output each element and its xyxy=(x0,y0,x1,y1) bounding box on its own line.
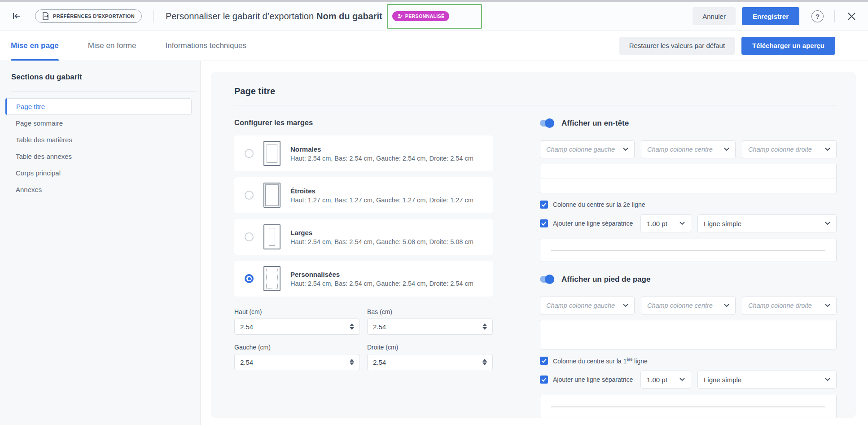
help-icon[interactable]: ? xyxy=(811,10,824,22)
radio-unchecked-icon[interactable] xyxy=(245,191,254,200)
header-toggle-label: Afficher un en-tête xyxy=(561,119,629,128)
select-placeholder: Champ colonne droite xyxy=(748,302,812,309)
sidebar-item-table-des-matieres[interactable]: Table des matières xyxy=(0,131,200,148)
stepper-icon[interactable] xyxy=(482,359,487,365)
header-separator-style-select[interactable]: Ligne simple xyxy=(697,214,837,232)
select-value: Ligne simple xyxy=(704,220,741,227)
margin-option-name: Personnalisées xyxy=(290,271,473,278)
check-icon xyxy=(541,377,547,382)
footer-separator-style-select[interactable]: Ligne simple xyxy=(697,371,837,389)
radio-unchecked-icon[interactable] xyxy=(245,232,254,241)
chevron-down-icon xyxy=(679,378,685,381)
field-label-gauche: Gauche (cm) xyxy=(234,344,360,351)
margin-option-desc: Haut: 2.54 cm, Bas: 2.54 cm, Gauche: 5.0… xyxy=(290,238,473,245)
margin-option-desc: Haut: 2.54 cm, Bas: 2.54 cm, Gauche: 2.5… xyxy=(290,280,473,287)
stepper-icon[interactable] xyxy=(350,359,354,365)
cancel-button[interactable]: Annuler xyxy=(693,7,736,25)
export-doc-icon xyxy=(42,12,49,20)
footer-toggle[interactable] xyxy=(540,276,553,283)
chevron-down-icon xyxy=(623,304,628,307)
sidebar-title: Sections du gabarit xyxy=(11,73,200,82)
select-value: 1.00 pt xyxy=(647,220,667,227)
header-toggle[interactable] xyxy=(540,120,553,127)
select-placeholder: Champ colonne gauche xyxy=(546,302,615,309)
save-button[interactable]: Enregistrer xyxy=(742,7,799,25)
footer-left-column-select[interactable]: Champ colonne gauche xyxy=(540,297,635,314)
footer-separator-checkbox[interactable] xyxy=(540,376,548,384)
select-placeholder: Champ colonne centre xyxy=(647,302,713,309)
section-title-divider xyxy=(234,105,837,105)
page-title-text: Personnaliser le gabarit d’exportation xyxy=(166,11,314,22)
field-label-haut: Haut (cm) xyxy=(234,308,360,315)
margin-left-input[interactable]: 2.54 xyxy=(234,354,360,370)
select-value: Ligne simple xyxy=(704,376,741,384)
select-value: 1.00 pt xyxy=(647,376,667,384)
page-margin-narrow-icon xyxy=(263,183,281,208)
export-preferences-button[interactable]: PRÉFÉRENCES D’EXPORTATION xyxy=(35,9,142,23)
footer-right-column-select[interactable]: Champ colonne droite xyxy=(742,297,837,314)
margin-option-normales[interactable]: Normales Haut: 2.54 cm, Bas: 2.54 cm, Ga… xyxy=(234,135,493,171)
chevron-down-icon xyxy=(825,378,830,381)
header-separator-preview xyxy=(540,239,837,262)
margin-option-etroites[interactable]: Étroites Haut: 1.27 cm, Bas: 1.27 cm, Ga… xyxy=(234,177,493,213)
tab-bar: Mise en page Mise en forme Informations … xyxy=(0,31,868,61)
header-separator-weight-select[interactable]: 1.00 pt xyxy=(640,214,691,232)
header-center-second-line-label: Colonne du centre sur la 2e ligne xyxy=(553,201,645,208)
select-placeholder: Champ colonne centre xyxy=(647,146,713,153)
section-title: Page titre xyxy=(234,86,837,96)
sidebar-item-page-sommaire[interactable]: Page sommaire xyxy=(0,115,200,131)
collapse-back-button[interactable] xyxy=(11,10,22,22)
tab-informations-techniques[interactable]: Informations techniques xyxy=(165,31,246,61)
download-preview-button[interactable]: Télécharger un aperçu xyxy=(741,37,835,55)
restore-defaults-button[interactable]: Restaurer les valeurs par défaut xyxy=(619,37,735,55)
header-center-second-line-checkbox[interactable] xyxy=(540,201,548,209)
badge-label: PERSONNALISÉ xyxy=(405,13,445,19)
header-layout-preview xyxy=(540,164,837,193)
tab-mise-en-page[interactable]: Mise en page xyxy=(11,31,59,61)
margin-right-value: 2.54 xyxy=(373,358,386,366)
header-divider-right xyxy=(834,10,835,22)
close-button[interactable] xyxy=(846,10,857,22)
margins-heading: Configurer les marges xyxy=(234,118,493,127)
margin-bottom-value: 2.54 xyxy=(373,323,386,331)
sidebar-divider xyxy=(11,91,197,92)
sidebar-item-table-des-annexes[interactable]: Table des annexes xyxy=(0,148,200,165)
stepper-icon[interactable] xyxy=(350,323,354,330)
margin-option-larges[interactable]: Larges Haut: 2.54 cm, Bas: 2.54 cm, Gauc… xyxy=(234,219,493,255)
field-label-bas: Bas (cm) xyxy=(367,308,493,315)
radio-checked-icon[interactable] xyxy=(245,274,254,283)
page-margin-custom-icon xyxy=(263,266,281,291)
footer-toggle-label: Afficher un pied de page xyxy=(561,275,650,284)
margin-option-desc: Haut: 2.54 cm, Bas: 2.54 cm, Gauche: 2.5… xyxy=(290,155,473,162)
radio-unchecked-icon[interactable] xyxy=(245,149,254,158)
tab-mise-en-forme[interactable]: Mise en forme xyxy=(88,31,136,61)
check-icon xyxy=(541,221,547,226)
check-icon xyxy=(541,358,547,363)
sections-sidebar: Sections du gabarit Page titre Page somm… xyxy=(0,61,201,425)
header-center-column-select[interactable]: Champ colonne centre xyxy=(641,140,736,158)
margin-left-value: 2.54 xyxy=(240,358,253,366)
footer-center-column-select[interactable]: Champ colonne centre xyxy=(641,297,736,314)
section-card: Page titre Configurer les marges Normale… xyxy=(211,72,856,418)
margin-option-personnalisees[interactable]: Personnalisées Haut: 2.54 cm, Bas: 2.54 … xyxy=(234,261,493,297)
header-right-column-select[interactable]: Champ colonne droite xyxy=(742,140,837,158)
header-left-column-select[interactable]: Champ colonne gauche xyxy=(540,140,635,158)
main-area: Page titre Configurer les marges Normale… xyxy=(201,61,868,428)
footer-center-first-line-checkbox[interactable] xyxy=(540,357,548,365)
header-separator-checkbox[interactable] xyxy=(540,219,548,227)
back-icon xyxy=(12,11,22,21)
sidebar-item-corps-principal[interactable]: Corps principal xyxy=(0,165,200,181)
sidebar-item-annexes[interactable]: Annexes xyxy=(0,181,200,198)
chevron-down-icon xyxy=(724,304,729,307)
sidebar-item-page-titre[interactable]: Page titre xyxy=(5,98,192,115)
stepper-icon[interactable] xyxy=(482,323,487,330)
chevron-down-icon xyxy=(825,148,830,151)
margin-right-input[interactable]: 2.54 xyxy=(367,354,493,370)
chevron-down-icon xyxy=(724,148,729,151)
footer-separator-weight-select[interactable]: 1.00 pt xyxy=(640,371,691,389)
header-divider xyxy=(153,10,154,22)
margin-bottom-input[interactable]: 2.54 xyxy=(367,319,493,335)
footer-separator-label: Ajouter une ligne séparatrice xyxy=(553,376,636,383)
header-separator-label: Ajouter une ligne séparatrice xyxy=(553,220,636,227)
margin-top-input[interactable]: 2.54 xyxy=(234,319,360,335)
